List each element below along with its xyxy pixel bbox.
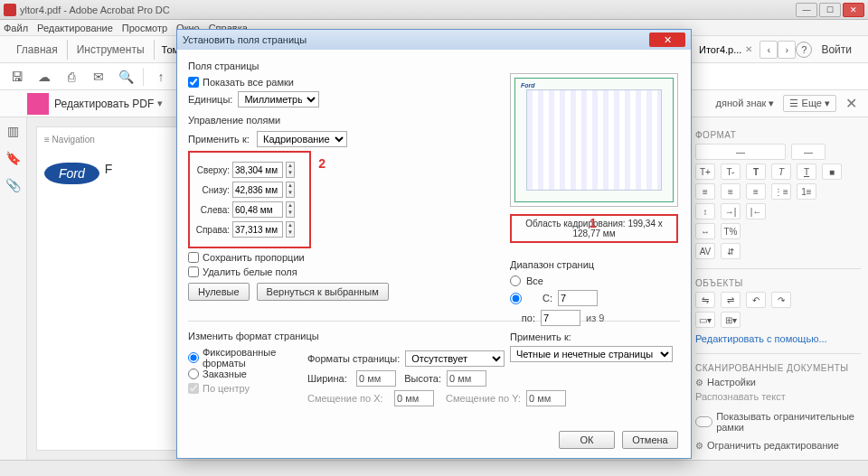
chevron-down-icon[interactable]: ▾: [157, 98, 163, 109]
annotation-2: 2: [318, 156, 326, 171]
app-titlebar: yltor4.pdf - Adobe Acrobat Pro DC — ☐ ✕: [0, 0, 868, 20]
range-from-radio[interactable]: [510, 293, 522, 304]
more-menu[interactable]: ☰ Еще ▾: [783, 95, 836, 112]
text-add-icon[interactable]: T+: [695, 163, 715, 180]
window-title: yltor4.pdf - Adobe Acrobat Pro DC: [20, 5, 796, 15]
underline-icon[interactable]: T: [797, 163, 816, 180]
indent-icon[interactable]: →|: [721, 203, 741, 219]
dialog-titlebar[interactable]: Установить поля страницы ✕: [177, 30, 691, 50]
settings-item[interactable]: Настройки: [695, 377, 861, 387]
fixed-radio[interactable]: [188, 352, 199, 363]
ok-button[interactable]: ОК: [559, 431, 615, 449]
hspace-icon[interactable]: ↔: [695, 223, 715, 239]
units-select[interactable]: Миллиметры: [238, 91, 319, 107]
range-all-radio[interactable]: [510, 275, 521, 286]
italic-icon[interactable]: T: [771, 163, 791, 180]
prev-button[interactable]: ‹: [760, 41, 778, 59]
range-from-input[interactable]: [558, 290, 598, 306]
next-button[interactable]: ›: [778, 41, 796, 59]
help-icon[interactable]: ?: [796, 42, 812, 58]
scale-icon[interactable]: T%: [721, 223, 741, 239]
dialog-close-button[interactable]: ✕: [649, 33, 685, 47]
show-all-checkbox[interactable]: [188, 77, 199, 88]
recognize-text: Распознавать текст: [695, 391, 861, 402]
align-left-icon[interactable]: ≡: [695, 183, 715, 200]
tab-home[interactable]: Главная: [7, 40, 68, 60]
left-rail: ▥ 🔖 📎: [0, 117, 27, 461]
doc-tab-2[interactable]: Итог4.p...✕: [692, 44, 760, 55]
close-button[interactable]: ✕: [843, 3, 864, 17]
page-range-group: Диапазон страниц Все С: по:из 9 Применит…: [510, 256, 678, 362]
format-header: ФОРМАТ: [695, 130, 861, 140]
close-panel-icon[interactable]: ✕: [845, 95, 857, 112]
custom-radio[interactable]: [188, 369, 199, 379]
remove-white-checkbox[interactable]: [188, 266, 199, 277]
menu-file[interactable]: Файл: [4, 23, 28, 33]
attachment-icon[interactable]: 📎: [5, 177, 22, 193]
page-format-select[interactable]: Отсутствует: [405, 350, 505, 367]
units-label: Единицы:: [188, 94, 232, 105]
revert-button[interactable]: Вернуться к выбранным: [257, 283, 389, 301]
spinner[interactable]: ▲▼: [286, 201, 295, 218]
apply-range-select[interactable]: Четные и нечетные страницы: [510, 346, 673, 362]
range-to-input[interactable]: [541, 310, 580, 326]
keep-ratio-checkbox[interactable]: [188, 252, 199, 263]
width-input: [356, 370, 396, 387]
cancel-button[interactable]: Отмена: [622, 431, 678, 449]
print-icon[interactable]: ⎙: [61, 67, 81, 87]
margin-left-input[interactable]: [232, 201, 283, 218]
spinner[interactable]: ▲▼: [286, 162, 295, 178]
margin-right-input[interactable]: [232, 221, 283, 238]
menu-edit[interactable]: Редактирование: [37, 23, 113, 33]
align-center-icon[interactable]: ≡: [721, 183, 741, 200]
ford-logo-mini: Ford: [521, 82, 535, 89]
font-select[interactable]: —: [695, 144, 786, 160]
edit-with-link[interactable]: Редактировать с помощью...: [695, 333, 861, 344]
restrict-edit[interactable]: Ограничить редактирование: [695, 440, 861, 451]
arrow-up-icon[interactable]: ↑: [151, 67, 171, 87]
list-number-icon[interactable]: 1≡: [797, 183, 816, 200]
color-icon[interactable]: ■: [822, 163, 842, 180]
flip-h-icon[interactable]: ⇌: [721, 292, 741, 308]
list-bullet-icon[interactable]: ⋮≡: [771, 183, 791, 200]
close-icon[interactable]: ✕: [745, 44, 752, 54]
apply-to-select[interactable]: Кадрирование: [257, 131, 347, 147]
dialog-title: Установить поля страницы: [183, 34, 649, 45]
rotate-cw-icon[interactable]: ↷: [771, 292, 791, 308]
ford-logo: Ford: [44, 163, 99, 184]
margins-group: 2 Сверху:▲▼ Снизу:▲▼ Слева:▲▼ Справа:▲▼: [188, 151, 311, 248]
baseline-icon[interactable]: ⇵: [721, 243, 741, 259]
tab-tools[interactable]: Инструменты: [68, 40, 155, 60]
bookmark-icon[interactable]: 🔖: [5, 150, 22, 166]
show-frames-toggle[interactable]: Показывать ограничительные рамки: [695, 411, 861, 433]
search-icon[interactable]: 🔍: [116, 67, 136, 87]
spacing-icon[interactable]: ↕: [695, 203, 715, 219]
spinner[interactable]: ▲▼: [286, 182, 295, 198]
align-right-icon[interactable]: ≡: [746, 183, 766, 200]
rotate-ccw-icon[interactable]: ↶: [746, 292, 766, 308]
font-size[interactable]: —: [791, 144, 826, 160]
margin-bottom-input[interactable]: [232, 182, 283, 198]
mail-icon[interactable]: ✉: [89, 67, 108, 87]
kerning-icon[interactable]: AV: [695, 243, 715, 259]
margin-top-input[interactable]: [232, 162, 283, 178]
spinner[interactable]: ▲▼: [286, 221, 295, 238]
minimize-button[interactable]: —: [796, 3, 817, 17]
text-remove-icon[interactable]: T-: [721, 163, 741, 180]
bold-icon[interactable]: T: [746, 163, 766, 180]
outdent-icon[interactable]: |←: [746, 203, 766, 219]
menu-view[interactable]: Просмотр: [122, 23, 167, 33]
arrange-icon[interactable]: ▭▾: [695, 312, 715, 328]
maximize-button[interactable]: ☐: [819, 3, 841, 17]
align-obj-icon[interactable]: ⊞▾: [721, 312, 741, 328]
status-bar: [0, 460, 868, 476]
zero-button[interactable]: Нулевые: [188, 283, 250, 301]
login-button[interactable]: Войти: [812, 40, 861, 60]
edit-pdf-label: Редактировать PDF: [54, 98, 154, 110]
flip-v-icon[interactable]: ⇋: [695, 292, 715, 308]
cloud-icon[interactable]: ☁: [34, 67, 54, 87]
edit-mode-icon: [27, 93, 49, 115]
save-icon[interactable]: 🖫: [7, 67, 27, 87]
watermark-menu[interactable]: дяной знак ▾: [716, 98, 775, 109]
page-thumb-icon[interactable]: ▥: [5, 123, 22, 139]
